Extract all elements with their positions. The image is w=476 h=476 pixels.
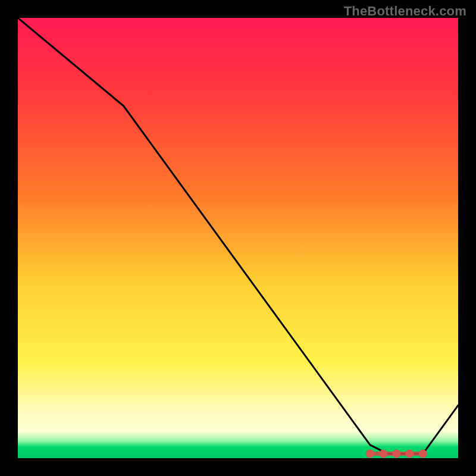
gradient-plot-area xyxy=(18,18,458,458)
bottleneck-curve xyxy=(18,18,458,454)
optimal-markers xyxy=(366,450,427,458)
watermark-text: TheBottleneck.com xyxy=(344,4,466,19)
svg-point-4 xyxy=(419,450,427,458)
svg-point-0 xyxy=(366,450,374,458)
svg-point-1 xyxy=(379,450,387,458)
line-chart-svg xyxy=(18,18,458,458)
svg-point-3 xyxy=(406,450,414,458)
chart-stage: TheBottleneck.com xyxy=(0,0,476,476)
svg-point-2 xyxy=(392,450,400,458)
